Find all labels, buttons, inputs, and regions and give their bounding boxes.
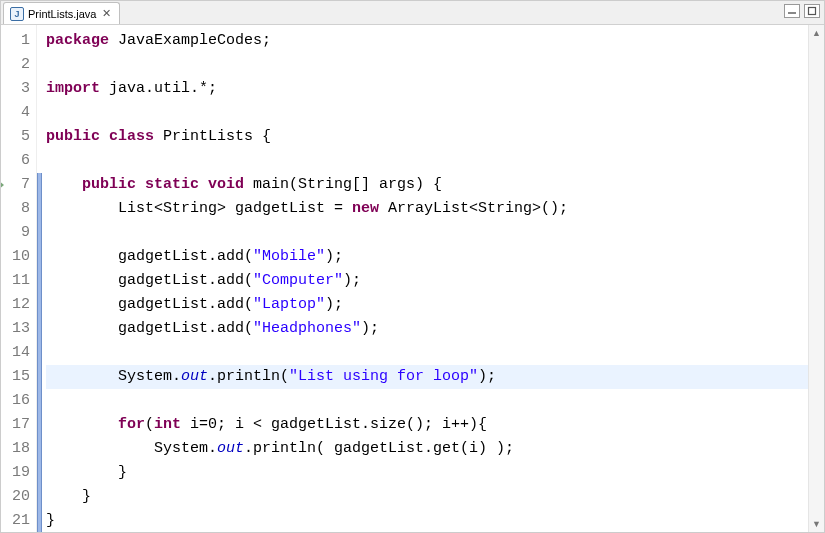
code-line[interactable]: gadgetList.add("Headphones"); bbox=[46, 317, 808, 341]
code-line[interactable]: for(int i=0; i < gadgetList.size(); i++)… bbox=[46, 413, 808, 437]
code-line[interactable]: } bbox=[46, 461, 808, 485]
line-number: 2 bbox=[1, 53, 30, 77]
line-number: 21 bbox=[1, 509, 30, 532]
tab-bar: J PrintLists.java ✕ bbox=[1, 1, 824, 25]
code-line[interactable]: gadgetList.add("Computer"); bbox=[46, 269, 808, 293]
line-number: 16 bbox=[1, 389, 30, 413]
maximize-button[interactable] bbox=[804, 4, 820, 18]
code-line[interactable]: } bbox=[46, 485, 808, 509]
minimize-button[interactable] bbox=[784, 4, 800, 18]
line-number: 18 bbox=[1, 437, 30, 461]
code-line[interactable]: public static void main(String[] args) { bbox=[46, 173, 808, 197]
code-line[interactable]: import java.util.*; bbox=[46, 77, 808, 101]
code-line[interactable] bbox=[46, 149, 808, 173]
line-number: 17 bbox=[1, 413, 30, 437]
code-line[interactable] bbox=[46, 53, 808, 77]
code-line[interactable]: package JavaExampleCodes; bbox=[46, 29, 808, 53]
line-number: 19 bbox=[1, 461, 30, 485]
line-number: 11 bbox=[1, 269, 30, 293]
line-number: 13 bbox=[1, 317, 30, 341]
code-line[interactable]: List<String> gadgetList = new ArrayList<… bbox=[46, 197, 808, 221]
line-number: 5 bbox=[1, 125, 30, 149]
close-icon[interactable]: ✕ bbox=[100, 7, 113, 20]
vertical-scrollbar[interactable]: ▲ ▼ bbox=[808, 25, 824, 532]
code-line[interactable]: gadgetList.add("Mobile"); bbox=[46, 245, 808, 269]
java-file-icon: J bbox=[10, 7, 24, 21]
window-buttons bbox=[784, 4, 820, 18]
code-line[interactable]: public class PrintLists { bbox=[46, 125, 808, 149]
line-number-gutter: 123456789101112131415161718192021 bbox=[1, 25, 37, 532]
editor-tab[interactable]: J PrintLists.java ✕ bbox=[3, 2, 120, 24]
line-number: 15 bbox=[1, 365, 30, 389]
line-number: 6 bbox=[1, 149, 30, 173]
code-line[interactable]: } bbox=[46, 509, 808, 532]
code-line[interactable]: System.out.println( gadgetList.get(i) ); bbox=[46, 437, 808, 461]
line-number: 20 bbox=[1, 485, 30, 509]
code-editor[interactable]: 123456789101112131415161718192021 packag… bbox=[1, 25, 824, 532]
code-line[interactable] bbox=[46, 389, 808, 413]
code-line[interactable]: System.out.println("List using for loop"… bbox=[46, 365, 808, 389]
scroll-up-button[interactable]: ▲ bbox=[809, 25, 824, 41]
line-number: 3 bbox=[1, 77, 30, 101]
line-number: 1 bbox=[1, 29, 30, 53]
line-number: 10 bbox=[1, 245, 30, 269]
code-area[interactable]: package JavaExampleCodes; import java.ut… bbox=[42, 25, 808, 532]
code-line[interactable] bbox=[46, 101, 808, 125]
line-number: 8 bbox=[1, 197, 30, 221]
line-number: 12 bbox=[1, 293, 30, 317]
tab-title: PrintLists.java bbox=[28, 8, 96, 20]
line-number: 14 bbox=[1, 341, 30, 365]
code-line[interactable]: gadgetList.add("Laptop"); bbox=[46, 293, 808, 317]
line-number: 7 bbox=[1, 173, 30, 197]
line-number: 9 bbox=[1, 221, 30, 245]
line-number: 4 bbox=[1, 101, 30, 125]
code-line[interactable] bbox=[46, 221, 808, 245]
scroll-down-button[interactable]: ▼ bbox=[809, 516, 824, 532]
svg-rect-1 bbox=[809, 8, 816, 15]
code-line[interactable] bbox=[46, 341, 808, 365]
